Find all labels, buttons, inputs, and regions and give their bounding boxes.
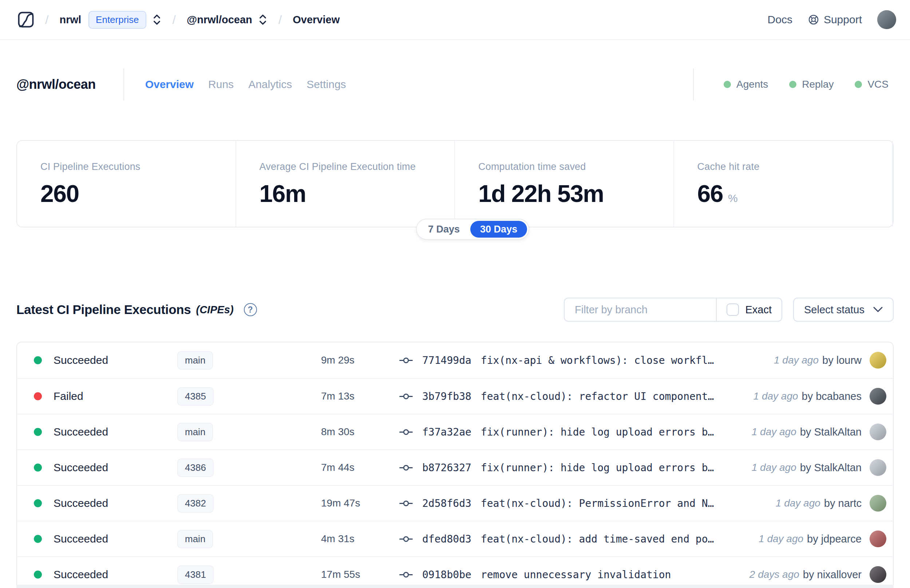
commit-message: fix(runner): hide log upload errors b… — [481, 462, 714, 474]
meta-cell: 1 day ago by jdpearce — [758, 530, 893, 547]
commit-hash: b8726327 — [422, 462, 471, 474]
branch-cell: 4385 — [177, 387, 321, 406]
tab-analytics[interactable]: Analytics — [248, 78, 292, 90]
duration: 19m 47s — [321, 498, 399, 509]
support-link[interactable]: Support — [808, 13, 862, 26]
exact-checkbox[interactable] — [727, 304, 739, 316]
tab-overview[interactable]: Overview — [145, 78, 194, 90]
stat-card-cache-hit-rate: Cache hit rate 66% — [674, 141, 893, 227]
time-ago: 1 day ago — [758, 533, 803, 545]
table-row[interactable]: Succeeded 4381 17m 55s 0918b0be remove u… — [17, 556, 893, 588]
breadcrumb-workspace[interactable]: @nrwl/ocean — [187, 14, 252, 26]
cipe-table-body: Succeeded main 9m 29s 771499da fix(nx-ap… — [17, 342, 893, 588]
stat-value: 16m — [260, 180, 306, 207]
tab-runs[interactable]: Runs — [208, 78, 234, 90]
avatar — [870, 495, 886, 512]
branch-cell: main — [177, 423, 321, 441]
commit-cell: 0918b0be remove unnecessary invalidation — [399, 569, 750, 581]
breadcrumb: / nrwl Enterprise / @nrwl/ocean / Overvi… — [18, 11, 339, 29]
stat-label: Computation time saved — [478, 161, 666, 173]
exact-toggle[interactable]: Exact — [717, 304, 782, 316]
status-label: Failed — [53, 390, 83, 402]
status-cell: Succeeded — [17, 426, 177, 438]
nx-cloud-logo-icon[interactable] — [18, 11, 34, 28]
duration: 7m 13s — [321, 391, 399, 402]
commit-message: remove unnecessary invalidation — [481, 569, 671, 581]
breadcrumb-org[interactable]: nrwl — [59, 14, 81, 26]
time-ago: 1 day ago — [774, 354, 819, 366]
workspace-selector-chevrons-icon[interactable] — [258, 13, 268, 26]
tab-settings[interactable]: Settings — [307, 78, 346, 90]
breadcrumb-page: Overview — [293, 14, 339, 26]
section-title-note: (CIPEs) — [196, 304, 234, 316]
enterprise-badge: Enterprise — [89, 11, 146, 29]
status-label: Succeeded — [53, 497, 108, 509]
service-replay[interactable]: Replay — [789, 79, 834, 90]
stat-value: 66 — [697, 180, 723, 207]
status-label: Succeeded — [53, 569, 108, 581]
status-label: Succeeded — [53, 354, 108, 367]
workspace-header: @nrwl/ocean Overview Runs Analytics Sett… — [0, 68, 910, 101]
table-row[interactable]: Succeeded main 9m 29s 771499da fix(nx-ap… — [17, 342, 893, 378]
time-ago: 1 day ago — [753, 391, 798, 402]
avatar — [870, 566, 886, 583]
commit-icon — [399, 393, 413, 400]
range-option-30-days[interactable]: 30 Days — [470, 221, 527, 237]
commit-icon — [399, 357, 413, 364]
avatar — [870, 530, 886, 547]
meta-cell: 1 day ago by lourw — [774, 352, 893, 368]
avatar — [870, 459, 886, 476]
select-status-dropdown[interactable]: Select status — [793, 298, 894, 321]
docs-link[interactable]: Docs — [768, 13, 792, 26]
vcs-label: VCS — [867, 79, 889, 90]
author: by bcabanes — [802, 391, 862, 402]
user-avatar[interactable] — [877, 10, 896, 29]
help-icon[interactable]: ? — [244, 303, 257, 316]
commit-cell: b8726327 fix(runner): hide log upload er… — [399, 462, 752, 474]
status-label: Succeeded — [53, 426, 108, 438]
table-row[interactable]: Succeeded main 4m 31s dfed80d3 feat(nx-c… — [17, 521, 893, 556]
branch-cell: main — [177, 530, 321, 548]
exact-label: Exact — [745, 304, 772, 316]
commit-cell: 3b79fb38 feat(nx-cloud): refactor UI com… — [399, 391, 753, 402]
service-agents[interactable]: Agents — [724, 79, 768, 90]
commit-icon — [399, 571, 413, 578]
branch-chip: main — [177, 351, 213, 370]
duration: 7m 44s — [321, 462, 399, 473]
meta-cell: 1 day ago by nartc — [776, 495, 893, 512]
status-dot — [34, 392, 42, 400]
branch-chip: 4382 — [177, 494, 214, 513]
table-row[interactable]: Succeeded main 8m 30s f37a32ae fix(runne… — [17, 414, 893, 449]
org-selector-chevrons-icon[interactable] — [152, 13, 162, 26]
status-label: Succeeded — [53, 533, 108, 545]
cipe-table: Succeeded main 9m 29s 771499da fix(nx-ap… — [16, 342, 894, 588]
table-row[interactable]: Succeeded 4386 7m 44s b8726327 fix(runne… — [17, 449, 893, 485]
service-vcs[interactable]: VCS — [855, 79, 889, 90]
status-cell: Succeeded — [17, 569, 177, 581]
meta-cell: 1 day ago by bcabanes — [753, 388, 893, 405]
status-dot — [34, 570, 42, 578]
vcs-status-dot — [855, 81, 862, 88]
author: by StalkAltan — [800, 462, 862, 474]
table-row[interactable]: Failed 4385 7m 13s 3b79fb38 feat(nx-clou… — [17, 378, 893, 414]
table-row[interactable]: Succeeded 4382 19m 47s 2d58f6d3 feat(nx-… — [17, 485, 893, 521]
cipe-section-header: Latest CI Pipeline Executions (CIPEs) ? … — [16, 297, 894, 322]
commit-icon — [399, 499, 413, 507]
replay-status-dot — [789, 81, 797, 88]
branch-filter-input[interactable] — [564, 298, 716, 321]
commit-cell: f37a32ae fix(runner): hide log upload er… — [399, 426, 752, 438]
meta-cell: 2 days ago by nixallover — [750, 566, 893, 583]
branch-chip: main — [177, 423, 213, 441]
next-row-sliver — [16, 585, 894, 588]
status-label: Succeeded — [53, 461, 108, 474]
commit-cell: 2d58f6d3 feat(nx-cloud): PermissionError… — [399, 498, 776, 509]
workspace-tabs: Overview Runs Analytics Settings — [145, 78, 346, 90]
commit-message: fix(runner): hide log upload errors b… — [481, 426, 714, 438]
branch-cell: 4381 — [177, 565, 321, 584]
top-navbar: / nrwl Enterprise / @nrwl/ocean / Overvi… — [0, 0, 910, 40]
range-option-7-days[interactable]: 7 Days — [418, 221, 470, 237]
duration: 4m 31s — [321, 533, 399, 545]
page-title: @nrwl/ocean — [16, 77, 96, 92]
chevron-down-icon — [873, 307, 883, 313]
branch-chip: main — [177, 530, 213, 548]
